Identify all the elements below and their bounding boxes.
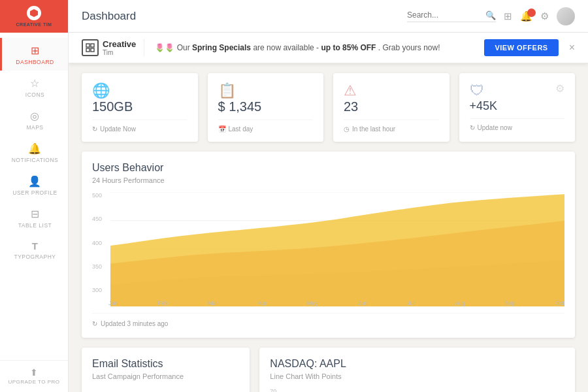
banner-message: 🌷🌷 Our Spring Specials are now available… [155, 43, 479, 52]
upgrade-label: Upgrade To Pro [8, 379, 59, 385]
stat-footer-storage: ↻ Update Now [92, 120, 188, 133]
y-label-450: 450 [92, 216, 102, 222]
x-label-apr: Apr [258, 300, 267, 306]
revenue-icon: 📋 [218, 82, 262, 99]
svg-rect-2 [91, 44, 94, 47]
sidebar-label-maps: Maps [26, 124, 43, 131]
svg-rect-3 [86, 48, 90, 52]
sidebar-item-icons[interactable]: ☆ Icons [0, 71, 68, 103]
y-label-350: 350 [92, 263, 102, 270]
stat-footer-followers: ↻ Update now [470, 118, 565, 131]
email-stats-title: Email Statistics [92, 358, 239, 370]
stat-footer-label-revenue: Last day [229, 125, 253, 133]
stat-value-errors: 23 [344, 99, 358, 114]
sidebar-item-table-list[interactable]: ⊟ Table List [0, 201, 68, 234]
typography-icon: T [32, 240, 39, 252]
line-chart-container: 70 60 50 40 30 20 10 [270, 388, 564, 392]
stat-value-storage: 150GB [92, 99, 133, 114]
settings-icon[interactable]: ⚙ [540, 10, 549, 22]
update-icon: ↻ [92, 125, 97, 133]
stat-footer-label-followers: Update now [478, 124, 512, 131]
sidebar-item-typography[interactable]: T Typography [0, 234, 68, 265]
content-area: 🌐 150GB ↻ Update Now 📋 $ 1,345 [69, 63, 588, 392]
stat-card-revenue: 📋 $ 1,345 📅 Last day [208, 73, 324, 142]
nasdaq-title: NASDAQ: AAPL [270, 358, 564, 370]
stat-footer-label-storage: Update Now [100, 125, 136, 133]
page-title: Dashboard [82, 10, 136, 23]
brand-icon [27, 6, 41, 20]
notification-bell-icon: 🔔 [28, 142, 42, 155]
y-label-400: 400 [92, 240, 102, 246]
stats-row: 🌐 150GB ↻ Update Now 📋 $ 1,345 [82, 73, 575, 142]
sidebar-item-user-profile[interactable]: 👤 User Profile [0, 169, 68, 201]
banner-emoji: 🌷🌷 [155, 43, 174, 52]
users-behavior-title: Users Behavior [92, 162, 564, 174]
x-label-aug: Aug [455, 300, 465, 306]
sidebar-item-notifications[interactable]: 🔔 Notifications [0, 136, 68, 169]
stat-value-followers: +45K [470, 99, 498, 113]
stat-card-top-errors: ⚠ 23 [344, 82, 439, 114]
svg-rect-4 [91, 48, 94, 52]
dashboard-icon: ⊞ [31, 44, 40, 57]
banner-logo-box [82, 39, 99, 56]
x-label-jun: Jun [358, 300, 368, 306]
stat-card-storage: 🌐 150GB ↻ Update Now [82, 73, 198, 142]
stat-card-top-storage: 🌐 150GB [92, 82, 188, 114]
area-chart-svg [110, 192, 564, 306]
notification-icon[interactable]: 🔔 [520, 10, 532, 22]
chart-update-text: Updated 3 minutes ago [101, 320, 168, 327]
email-stats-card: Email Statistics Last Campaign Performan… [82, 348, 250, 392]
stat-info-errors: ⚠ 23 [344, 82, 358, 114]
svg-marker-0 [30, 9, 38, 17]
sidebar-label-notifications: Notifications [12, 157, 59, 163]
banner-brand-sub: Tim [103, 49, 136, 56]
refresh-icon: ↻ [470, 124, 475, 131]
refresh-chart-icon: ↻ [92, 320, 97, 327]
y-label-500: 500 [92, 192, 102, 199]
upgrade-to-pro[interactable]: ⬆ Upgrade To Pro [0, 360, 68, 392]
icons-icon: ☆ [30, 77, 40, 90]
clock-icon: ◷ [344, 125, 350, 133]
sidebar-nav: ⊞ Dashboard ☆ Icons ◎ Maps 🔔 Notificatio… [0, 33, 68, 360]
sidebar-item-maps[interactable]: ◎ Maps [0, 103, 68, 136]
notification-banner: Creative Tim 🌷🌷 Our Spring Specials are … [69, 33, 588, 63]
avatar[interactable] [557, 7, 575, 25]
storage-icon: 🌐 [92, 82, 133, 99]
banner-text-end: . Grab yours now! [378, 43, 440, 52]
stat-footer-errors: ◷ In the last hour [344, 120, 439, 133]
x-axis-labels: Jan Feb Mar Apr May Jun Jul Aug Sep Oct [108, 300, 564, 306]
stat-card-followers: 🛡 +45K ⚙ ↻ Update now [459, 73, 576, 142]
line-y-labels: 70 60 50 40 30 20 10 [270, 388, 276, 392]
sidebar-label-typography: Typography [14, 253, 56, 260]
banner-bold: up to 85% OFF [321, 43, 376, 52]
stat-card-errors: ⚠ 23 ◷ In the last hour [333, 73, 449, 142]
sidebar-label-table-list: Table List [18, 222, 52, 229]
x-label-jul: Jul [407, 300, 415, 306]
followers-icon: 🛡 [470, 82, 498, 99]
banner-close-button[interactable]: × [569, 42, 575, 54]
stat-info-followers: 🛡 +45K [470, 82, 498, 113]
settings-gear-icon[interactable]: ⚙ [555, 82, 564, 95]
sidebar-item-dashboard[interactable]: ⊞ Dashboard [0, 38, 68, 71]
banner-logo-text: Creative Tim [103, 39, 136, 56]
x-label-may: May [307, 300, 318, 306]
search-input[interactable] [407, 10, 485, 20]
upgrade-icon: ⬆ [30, 367, 39, 378]
area-chart: 500 450 400 350 300 [92, 192, 564, 306]
search-container: 🔍 [407, 10, 496, 22]
grid-icon[interactable]: ⊞ [504, 10, 512, 22]
y-label-300: 300 [92, 287, 102, 293]
banner-logo: Creative Tim [82, 39, 144, 56]
stat-footer-label-errors: In the last hour [352, 125, 395, 133]
user-icon: 👤 [28, 175, 42, 188]
nasdaq-subtitle: Line Chart With Points [270, 372, 564, 380]
chart-footer: ↻ Updated 3 minutes ago [92, 313, 564, 327]
banner-brand-name: Creative [103, 39, 136, 49]
bottom-row: Email Statistics Last Campaign Performan… [82, 348, 575, 392]
banner-highlight: Spring Specials [192, 43, 251, 52]
x-label-oct: Oct [555, 300, 564, 306]
brand-name: CREATIVE TIM [16, 22, 52, 27]
view-offers-button[interactable]: VIEW OFFERS [484, 39, 558, 56]
maps-icon: ◎ [30, 110, 40, 122]
stat-card-top-followers: 🛡 +45K ⚙ [470, 82, 565, 113]
